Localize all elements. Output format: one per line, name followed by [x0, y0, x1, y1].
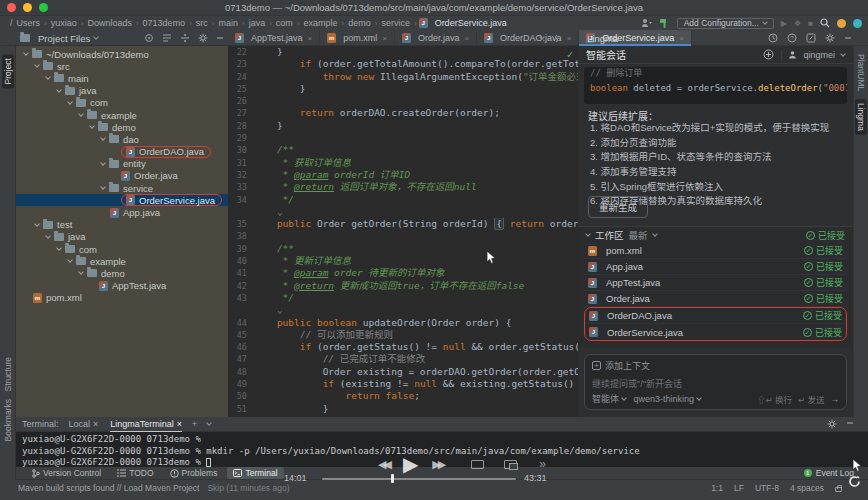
gear-icon[interactable] — [827, 419, 837, 429]
tree-item-apptest-java[interactable]: JAppTest.java — [16, 280, 228, 292]
tool-strip-structure[interactable]: Structure — [3, 357, 13, 392]
close-tab-icon[interactable]: × — [93, 419, 98, 429]
add-context-icon[interactable]: + — [592, 361, 601, 370]
forward-button[interactable]: ▶▶ — [432, 458, 443, 471]
expanded-chevron-icon[interactable] — [89, 123, 95, 129]
close-tab-icon[interactable]: × — [567, 34, 572, 43]
tree-item-service[interactable]: service — [16, 182, 228, 194]
breadcrumb-item[interactable]: Users — [15, 18, 43, 28]
tree-item-app-java[interactable]: JApp.java — [16, 206, 228, 218]
workspace-file-apptest-java[interactable]: JAppTest.java✓已接受 — [584, 275, 847, 291]
hide-panel-icon[interactable] — [216, 34, 224, 42]
tab-order-java[interactable]: JOrder.java× — [395, 30, 477, 46]
expanded-chevron-icon[interactable] — [100, 184, 106, 190]
project-view-selector[interactable]: Project Files — [38, 33, 90, 44]
speed-icon[interactable]: » — [539, 457, 546, 471]
expanded-chevron-icon[interactable] — [78, 111, 84, 117]
terminal-tab-chevron-icon[interactable] — [207, 420, 213, 426]
expanded-chevron-icon[interactable] — [67, 99, 73, 105]
history-icon[interactable] — [768, 33, 778, 43]
workspace-file-orderdao-java[interactable]: JOrderDAO.java✓已接受 — [585, 308, 846, 324]
send-button[interactable]: → — [831, 394, 840, 404]
tab-pom-xml[interactable]: mpom.xml× — [320, 30, 395, 46]
regenerate-button[interactable]: 重新生成 — [588, 196, 648, 218]
terminal-tab-local[interactable]: Local× — [69, 417, 99, 432]
hide-panel-icon[interactable] — [844, 34, 852, 42]
expanded-chevron-icon[interactable] — [23, 50, 29, 56]
expanded-chevron-icon[interactable] — [100, 160, 106, 166]
workspace-file-app-java[interactable]: JApp.java✓已接受 — [584, 259, 847, 275]
avatar[interactable] — [837, 19, 846, 28]
tree-item-src[interactable]: src — [16, 60, 228, 72]
breadcrumb-item[interactable]: demo — [346, 18, 373, 28]
workspace-file-order-java[interactable]: JOrder.java✓已接受 — [584, 291, 847, 307]
tab-orderdao-java[interactable]: JOrderDAO.java× — [477, 30, 579, 46]
build-hammer-icon[interactable] — [659, 18, 670, 29]
search-icon[interactable] — [820, 18, 830, 28]
tree-item-com[interactable]: com — [16, 243, 228, 255]
rewind-button[interactable]: ◀◀ — [378, 458, 389, 471]
new-session-icon[interactable] — [763, 49, 774, 60]
run-button[interactable]: ▶ — [781, 19, 787, 28]
breadcrumb-item[interactable]: service — [379, 18, 412, 28]
account-name[interactable]: qingmei — [803, 50, 835, 60]
tree-item-demo[interactable]: demo — [16, 121, 228, 133]
tab-list-chevron-icon[interactable] — [539, 34, 545, 40]
tree-item-example[interactable]: example — [16, 109, 228, 121]
workspace-file-orderservice-java[interactable]: JOrderService.java✓已接受 — [585, 324, 846, 340]
gear-icon[interactable] — [825, 33, 835, 43]
code-editor[interactable]: 22 }23 if (order.getTotalAmount().compar… — [228, 46, 578, 417]
expanded-chevron-icon[interactable] — [56, 245, 62, 251]
tree-item-entity[interactable]: entity — [16, 158, 228, 170]
new-chat-icon[interactable] — [806, 33, 816, 43]
expanded-chevron-icon[interactable] — [100, 136, 106, 142]
tool-strip-bookmarks[interactable]: Bookmarks — [3, 399, 13, 442]
close-tab-icon[interactable]: × — [308, 34, 313, 43]
video-progress-bar[interactable] — [322, 478, 516, 480]
expanded-chevron-icon[interactable] — [34, 62, 40, 68]
expand-collapse-icon[interactable] — [180, 33, 190, 43]
plugin-badge-icon[interactable] — [853, 19, 862, 28]
breadcrumb-item[interactable]: Downloads — [85, 18, 134, 28]
tool-button-terminal[interactable]: Terminal — [227, 467, 283, 479]
user-icon[interactable] — [641, 18, 652, 28]
stop-button[interactable]: ■ — [808, 19, 813, 28]
debug-button[interactable]: ❖ — [794, 19, 801, 28]
breadcrumb-item[interactable]: src — [194, 18, 210, 28]
tree-item-example[interactable]: example — [16, 255, 228, 267]
help-icon[interactable]: ? — [787, 33, 797, 43]
tree-item-test[interactable]: test — [16, 219, 228, 231]
tree-item-orderservice-java[interactable]: JOrderService.java — [16, 194, 228, 206]
tree-item-main[interactable]: main — [16, 72, 228, 84]
pip-icon[interactable] — [504, 460, 517, 469]
close-tab-icon[interactable]: × — [464, 34, 469, 43]
tree-item-dao[interactable]: dao — [16, 133, 228, 145]
tool-strip-plantuml[interactable]: PlantUML — [856, 54, 866, 91]
expanded-chevron-icon[interactable] — [67, 257, 73, 263]
collapse-all-icon[interactable] — [162, 33, 172, 43]
tree-item-orderdao-java[interactable]: JOrderDAO.java — [16, 146, 228, 158]
add-context-label[interactable]: 添加上下文 — [605, 359, 650, 372]
indent-setting[interactable]: 4 spaces — [790, 483, 824, 493]
expanded-chevron-icon[interactable] — [45, 233, 51, 239]
breadcrumb-item[interactable]: 0713demo — [141, 18, 188, 28]
expanded-chevron-icon[interactable] — [34, 221, 40, 227]
gear-icon[interactable] — [198, 33, 208, 43]
tree-item-demo[interactable]: demo — [16, 267, 228, 279]
new-terminal-tab-button[interactable]: + — [192, 419, 197, 429]
locate-file-icon[interactable] — [144, 33, 154, 43]
tool-button-version-control[interactable]: Version Control — [26, 467, 107, 479]
tree-item--downloads-0713demo[interactable]: ~/Downloads/0713demo — [16, 48, 228, 60]
tab-kebab-icon[interactable]: ⋮ — [552, 33, 561, 43]
tool-strip-project[interactable]: Project — [2, 54, 14, 88]
close-tab-icon[interactable]: × — [177, 419, 182, 429]
workspace-file-pom-xml[interactable]: mpom.xml✓已接受 — [584, 243, 847, 259]
breadcrumb-item[interactable]: java — [247, 18, 268, 28]
terminal-tab-lingmaterminal[interactable]: LingmaTerminal× — [110, 417, 182, 432]
chat-input-placeholder[interactable]: 继续提问或"/"新开会话 — [592, 377, 839, 390]
fullscreen-icon[interactable] — [471, 460, 484, 469]
tree-item-order-java[interactable]: JOrder.java — [16, 170, 228, 182]
collapse-chevron-icon[interactable] — [585, 231, 591, 237]
workspace-sort[interactable]: 最新 — [629, 228, 648, 242]
close-tab-icon[interactable]: × — [382, 34, 387, 43]
